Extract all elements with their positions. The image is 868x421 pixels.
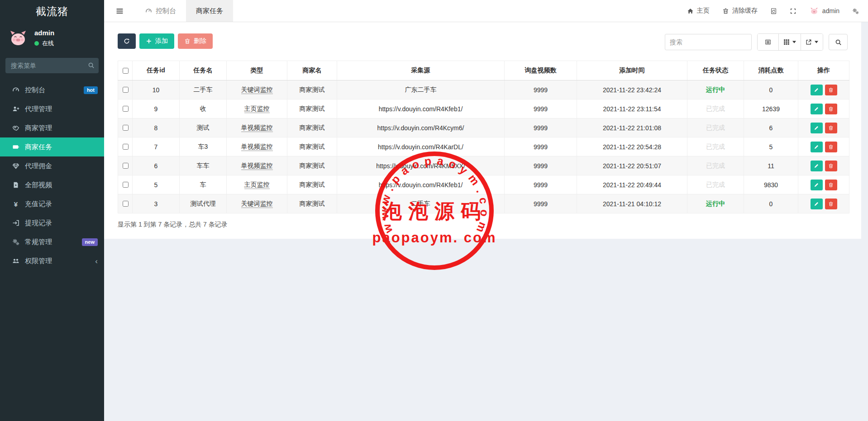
settings-gears-icon[interactable]: [852, 8, 859, 14]
table-search-input[interactable]: [665, 34, 752, 50]
cell-task-name: 二手车: [180, 80, 227, 99]
clear-cache-link[interactable]: 清除缓存: [722, 7, 758, 15]
sidebar-item-8[interactable]: 常规管理new: [0, 232, 104, 251]
cell-actions: [798, 175, 849, 194]
columns-button[interactable]: [778, 34, 801, 50]
delete-button[interactable]: 删除: [178, 33, 213, 49]
export-button[interactable]: [801, 34, 823, 50]
edit-row-button[interactable]: [811, 161, 823, 171]
cell-videos: 9999: [505, 156, 577, 175]
handshake-icon: [12, 124, 20, 132]
trash-icon: [828, 182, 834, 188]
tab-dashboard[interactable]: 控制台: [135, 0, 186, 22]
cell-merchant: 商家测试: [287, 80, 337, 99]
user-name: admin: [34, 29, 54, 37]
sidebar-item-9[interactable]: 权限管理‹: [0, 251, 104, 270]
hot-badge: hot: [84, 86, 98, 94]
refresh-button[interactable]: [118, 33, 136, 49]
column-header: 任务状态: [687, 61, 744, 80]
add-button[interactable]: 添加: [139, 33, 174, 49]
cell-task-id: 3: [133, 194, 180, 213]
delete-row-button[interactable]: [825, 180, 837, 190]
trash-icon: [828, 163, 834, 169]
user-avatar-pig-icon: [7, 27, 29, 49]
delete-row-button[interactable]: [825, 104, 837, 114]
sidebar-item-label: 商家任务: [25, 143, 52, 151]
fullscreen-icon[interactable]: [790, 8, 796, 14]
yen-icon: ¥: [12, 200, 20, 208]
cell-task-name: 车3: [180, 137, 227, 156]
topbar-user[interactable]: admin: [809, 6, 839, 16]
trash-icon: [828, 125, 834, 131]
select-all-checkbox[interactable]: [123, 68, 129, 74]
refresh-page-icon[interactable]: [770, 8, 777, 14]
new-badge: new: [82, 238, 98, 246]
pencil-icon: [814, 125, 819, 131]
home-link[interactable]: 主页: [687, 7, 710, 15]
column-header: 添加时间: [577, 61, 687, 80]
app-title: 截流猪: [0, 0, 104, 23]
dashboard-icon: [12, 86, 20, 94]
edit-row-button[interactable]: [811, 104, 823, 114]
edit-row-button[interactable]: [811, 123, 823, 133]
delete-label: 删除: [194, 37, 206, 45]
column-header: 操作: [798, 61, 849, 80]
main-content: 添加 删除: [104, 22, 868, 421]
cell-status: 已完成: [687, 175, 744, 194]
home-icon: [687, 8, 694, 14]
delete-row-button[interactable]: [825, 123, 837, 133]
sidebar-item-7[interactable]: 提现记录: [0, 213, 104, 232]
user-panel: admin 在线: [0, 23, 104, 54]
caret-down-icon: [792, 41, 796, 43]
trash-icon: [722, 8, 729, 14]
delete-row-button[interactable]: [825, 199, 837, 209]
sidebar-item-label: 充值记录: [25, 200, 52, 208]
sidebar-item-2[interactable]: 商家管理: [0, 118, 104, 137]
sidebar-item-label: 提现记录: [25, 219, 52, 227]
cell-time: 2021-11-21 04:10:12: [577, 194, 687, 213]
row-checkbox[interactable]: [123, 106, 129, 112]
sidebar-item-1[interactable]: 代理管理: [0, 99, 104, 118]
sidebar-item-4[interactable]: 代理佣金: [0, 156, 104, 175]
home-label: 主页: [697, 7, 710, 15]
row-checkbox[interactable]: [123, 163, 129, 169]
cell-status: 已完成: [687, 137, 744, 156]
edit-row-button[interactable]: [811, 180, 823, 190]
edit-row-button[interactable]: [811, 85, 823, 95]
cell-actions: [798, 194, 849, 213]
screen: 截流猪 admin 在线: [0, 0, 868, 421]
row-checkbox[interactable]: [123, 125, 129, 131]
sidebar-search-input[interactable]: [5, 58, 99, 73]
row-checkbox[interactable]: [123, 182, 129, 188]
hamburger-icon[interactable]: [104, 0, 135, 22]
withdraw-icon: [12, 219, 20, 227]
delete-row-button[interactable]: [825, 85, 837, 95]
toggle-pagination-button[interactable]: [758, 34, 778, 50]
sidebar-item-6[interactable]: ¥充值记录: [0, 194, 104, 213]
search-icon: [88, 62, 95, 69]
edit-row-button[interactable]: [811, 199, 823, 209]
trash-icon: [184, 38, 191, 44]
sidebar-item-5[interactable]: 全部视频: [0, 175, 104, 194]
columns-grid-icon: [783, 39, 790, 45]
cell-type: 单视频监控: [227, 156, 287, 175]
delete-row-button[interactable]: [825, 161, 837, 171]
sidebar-item-3[interactable]: 商家任务: [0, 137, 104, 156]
column-header: 采集源: [337, 61, 505, 80]
cell-source: 二手车: [337, 194, 505, 213]
sidebar-item-0[interactable]: 控制台hot: [0, 80, 104, 99]
row-checkbox[interactable]: [123, 87, 129, 93]
tab-merchant-tasks[interactable]: 商家任务: [186, 0, 233, 22]
sidebar-item-label: 权限管理: [25, 257, 52, 265]
row-checkbox[interactable]: [123, 144, 129, 150]
table-view-buttons: [757, 33, 823, 51]
cell-actions: [798, 137, 849, 156]
table-body: 10二手车关键词监控商家测试广东二手车99992021-11-22 23:42:…: [118, 80, 849, 213]
cell-time: 2021-11-22 23:11:54: [577, 99, 687, 118]
delete-row-button[interactable]: [825, 142, 837, 152]
edit-row-button[interactable]: [811, 142, 823, 152]
cell-actions: [798, 156, 849, 175]
row-checkbox[interactable]: [123, 201, 129, 207]
search-button[interactable]: [829, 34, 848, 50]
cell-source: https://v.douyin.com/R4KM5XX/: [337, 156, 505, 175]
